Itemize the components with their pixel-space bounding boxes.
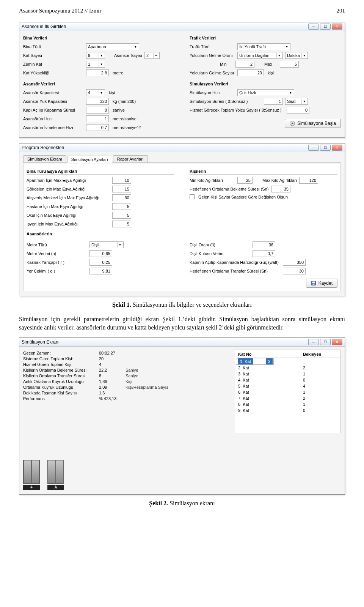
input-disli-orani[interactable] xyxy=(253,241,275,248)
input-hiz[interactable] xyxy=(86,115,109,122)
input-agirlik[interactable] xyxy=(112,177,131,184)
input-agirlik[interactable] xyxy=(112,221,131,227)
input-min-kilo[interactable] xyxy=(237,177,253,184)
maximize-button[interactable]: ☐ xyxy=(320,24,331,30)
input-max[interactable] xyxy=(280,61,299,68)
titlebar: Program Seçenekleri — ☐ ✕ xyxy=(19,143,345,152)
input-transfer[interactable] xyxy=(283,268,306,274)
table-row[interactable]: 2. Kat2 xyxy=(236,365,340,371)
select-sim-hiz[interactable]: Çok Hızlı▼ xyxy=(237,89,294,96)
close-button[interactable]: ✕ xyxy=(332,24,342,30)
input-kutu[interactable] xyxy=(253,250,275,257)
close-button[interactable]: ✕ xyxy=(332,339,342,345)
input-yuk[interactable] xyxy=(86,98,109,105)
label-motor-verimi: Motor Verimi (n) xyxy=(27,251,87,256)
unit-kisi: kişi xyxy=(109,90,115,95)
stat-row: Geçen Zaman:00:02:27 xyxy=(23,351,220,355)
chevron-down-icon: ▼ xyxy=(99,53,104,58)
label-agirlik: Okul İçin Max Eşya Ağırlığı xyxy=(27,213,110,218)
label-yuk: Asansör Yük Kapasitesi xyxy=(23,99,84,104)
select-sim-sure-unit[interactable]: Saat▼ xyxy=(285,98,308,105)
chevron-down-icon: ▼ xyxy=(301,53,307,58)
input-motor-verimi[interactable] xyxy=(89,250,112,257)
label-transfer: Hedeflenen Ortalama Transfer Süresi (Sn) xyxy=(190,269,281,273)
label-checkbox: Gelen Kişi Sayısı Saatlere Göre Değişken… xyxy=(198,195,288,199)
chevron-down-icon: ▼ xyxy=(276,53,282,58)
body-paragraph: Simülasyon için gerekli parametrelerin g… xyxy=(19,315,345,331)
svg-marker-1 xyxy=(292,122,293,125)
elevator-floor-indicator: A xyxy=(47,485,64,490)
checkbox-saatlere-gore[interactable] xyxy=(190,194,195,199)
stat-row: Kişilerin Ortalama Transfer Süresi8Saniy… xyxy=(23,374,220,378)
window-title: Simülasyon Ekranı xyxy=(22,339,308,345)
label-disli-orani: Dişli Oranı (ü) xyxy=(190,243,250,247)
input-ivme[interactable] xyxy=(86,124,109,131)
stat-row: Sisteme Giren Toplam Kişi:20 xyxy=(23,356,220,361)
header-right: 201 xyxy=(337,8,345,14)
start-simulation-button[interactable]: Simülasyona Başla xyxy=(285,119,341,128)
label-hiz: Asansörün Hızı xyxy=(23,117,84,121)
label-max: Max xyxy=(264,62,278,66)
titlebar: Asansörün İlk Girdileri — ☐ ✕ xyxy=(19,22,345,31)
input-sim-sure[interactable] xyxy=(264,98,283,105)
table-row[interactable]: 7. Kat2 xyxy=(236,395,340,401)
table-row[interactable]: 3. Kat1 xyxy=(236,371,340,377)
minimize-button[interactable]: — xyxy=(308,339,319,345)
input-yer[interactable] xyxy=(89,268,112,274)
input-agirlik[interactable] xyxy=(112,212,131,219)
input-agirlik[interactable] xyxy=(112,194,131,201)
label-agirlik: Hastane İçin Max Eşya Ağırlığı xyxy=(27,204,110,209)
minimize-button[interactable]: — xyxy=(308,24,319,30)
input-gelme-sayi[interactable] xyxy=(237,69,264,76)
input-kasnak[interactable] xyxy=(89,259,112,266)
minimize-button[interactable]: — xyxy=(308,145,319,151)
select-kapasite[interactable]: 4▼ xyxy=(86,89,105,96)
stat-row: Hizmet Gören Toplam Kişi:4 xyxy=(23,362,220,367)
select-gelme-unit[interactable]: Dakika▼ xyxy=(285,52,308,59)
save-button[interactable]: Kaydet xyxy=(306,279,337,288)
select-motor-turu[interactable]: Dişli▼ xyxy=(89,241,124,248)
table-row[interactable]: 9. Kat0 xyxy=(236,407,340,413)
input-kapi-guc[interactable] xyxy=(283,259,306,266)
select-zemin-kat[interactable]: 1▼ xyxy=(86,61,105,68)
label-yer: Yer Çekimi ( g ) xyxy=(27,269,87,273)
maximize-button[interactable]: ☐ xyxy=(320,339,331,345)
table-row[interactable]: 5. Kat4 xyxy=(236,383,340,389)
label-zemin-kat: Zemin Kat xyxy=(23,62,84,66)
input-kapi-sure[interactable] xyxy=(86,107,109,114)
select-gelme[interactable]: Uniform Dağılım▼ xyxy=(237,52,283,59)
close-button[interactable]: ✕ xyxy=(332,145,342,151)
unit-metre: metre xyxy=(113,71,123,75)
select-bina-turu[interactable]: Apartman▼ xyxy=(86,43,139,50)
chevron-down-icon: ▼ xyxy=(153,53,158,58)
label-kasnak: Kasnak Yarıçapı ( r ) xyxy=(27,260,87,265)
input-hedef-bekleme[interactable] xyxy=(271,186,290,192)
play-icon xyxy=(290,121,295,126)
label-gelme-sayi: Yolcuların Gelme Sayısı xyxy=(190,71,235,75)
input-agirlik[interactable] xyxy=(112,203,131,210)
unit-saniye: saniye xyxy=(113,108,125,112)
maximize-button[interactable]: ☐ xyxy=(320,145,331,151)
label-agirlik: İşyeri İçin Max Eşya Ağırlığı xyxy=(27,222,110,226)
chevron-down-icon: ▼ xyxy=(117,242,122,248)
group-kisiler: Kişilerin xyxy=(190,169,337,175)
unit-kisi2: kişi xyxy=(268,71,274,75)
window-title: Asansörün İlk Girdileri xyxy=(22,24,308,29)
table-row[interactable]: 8. Kat1 xyxy=(236,401,340,407)
input-agirlik[interactable] xyxy=(112,186,131,192)
table-row[interactable]: 4. Kat0 xyxy=(236,377,340,383)
input-sim-yolcu[interactable] xyxy=(287,107,309,114)
table-row[interactable]: 6. Kat1 xyxy=(236,389,340,395)
select-kat-sayisi[interactable]: 9▼ xyxy=(86,52,105,59)
select-trafik-turu[interactable]: İki Yönlü Trafik▼ xyxy=(237,43,290,50)
tab-sim-ekrani[interactable]: Simülasyon Ekranı xyxy=(23,155,66,162)
input-max-kilo[interactable] xyxy=(299,177,318,184)
label-agirlik: Apartman İçin Max Eşya Ağırlığı xyxy=(27,178,110,183)
select-asansor-sayisi[interactable]: 2▼ xyxy=(144,52,160,59)
tab-rapor[interactable]: Rapor Ayarları xyxy=(113,155,148,162)
input-kat-yuk[interactable] xyxy=(86,69,109,76)
tab-sim-ayarlari[interactable]: Simülasyon Ayarları xyxy=(67,156,112,163)
input-min[interactable] xyxy=(235,61,254,68)
table-row[interactable]: 1. Kat2 xyxy=(236,358,274,365)
tabs: Simülasyon Ekranı Simülasyon Ayarları Ra… xyxy=(23,155,341,163)
